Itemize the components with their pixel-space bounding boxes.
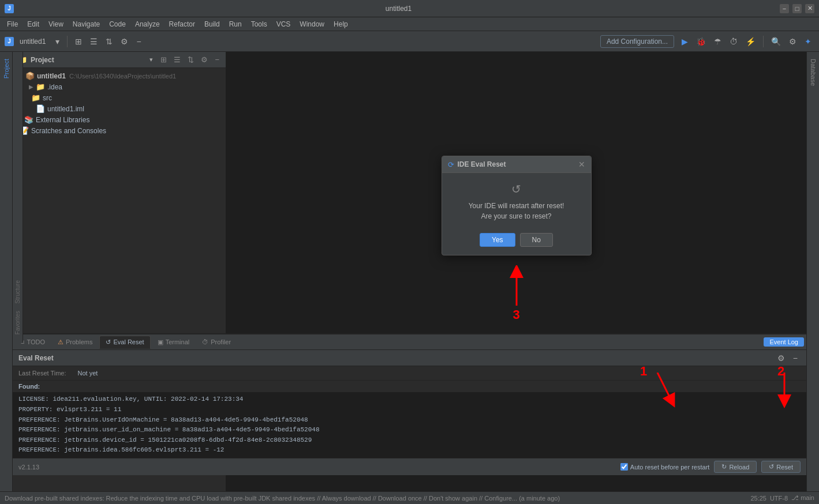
menu-refactor[interactable]: Refactor <box>164 19 200 29</box>
log-line-0: LICENSE: idea211.evaluation.key, UNTIL: … <box>18 394 801 405</box>
line-col-indicator: 25:25 <box>750 495 766 502</box>
dialog-no-button[interactable]: No <box>520 233 553 247</box>
coverage-button[interactable]: ☂ <box>711 36 724 47</box>
menu-analyze[interactable]: Analyze <box>130 19 164 29</box>
settings-button[interactable]: ⚙ <box>786 36 799 47</box>
log-area: LICENSE: idea211.evaluation.key, UNTIL: … <box>13 392 806 458</box>
panel-close-btn[interactable]: − <box>790 352 801 364</box>
toolbar-minus-btn[interactable]: − <box>133 36 144 47</box>
toolbar-list-btn[interactable]: ☰ <box>87 36 100 47</box>
extlib-icon: 📚 <box>24 115 33 124</box>
project-panel-title: Project <box>31 56 146 64</box>
project-sort-btn[interactable]: ⇅ <box>186 55 196 65</box>
dialog-title-icon: ⟳ <box>448 160 454 169</box>
menu-code[interactable]: Code <box>104 19 130 29</box>
tab-problems[interactable]: ⚠ Problems <box>52 336 98 348</box>
toolbar-settings-btn[interactable]: ⚙ <box>118 36 131 47</box>
terminal-label: Terminal <box>166 338 190 345</box>
reset-button[interactable]: ↺ Reset <box>761 461 801 473</box>
project-flatten-btn[interactable]: ☰ <box>172 55 182 65</box>
auto-reset-checkbox-container[interactable]: Auto reset before per restart <box>620 463 710 471</box>
status-message: Download pre-built shared indexes: Reduc… <box>5 495 747 502</box>
bottom-footer: v2.1.13 Auto reset before per restart ↻ … <box>13 458 806 475</box>
reload-icon: ↻ <box>721 463 727 471</box>
project-close-btn[interactable]: − <box>213 55 221 65</box>
run-button[interactable]: ▶ <box>679 36 691 47</box>
maximize-button[interactable]: □ <box>792 4 802 13</box>
title-bar-title: untitled1 <box>17 5 780 13</box>
add-configuration-button[interactable]: Add Configuration... <box>600 35 674 48</box>
project-scope-btn[interactable]: ⊞ <box>159 55 169 65</box>
toolbar-sort-btn[interactable]: ⇅ <box>103 36 115 47</box>
build-button[interactable]: ⚡ <box>743 36 758 47</box>
profiler-icon: ⏱ <box>202 338 208 345</box>
tree-root-item[interactable]: ▼ 📦 untitled1 C:\Users\16340\IdeaProject… <box>13 70 226 81</box>
root-path: C:\Users\16340\IdeaProjects\untitled1 <box>69 73 176 80</box>
log-line-1: PROPERTY: evlsprt3.211 = 11 <box>18 405 801 415</box>
tree-idea-item[interactable]: ▶ 📁 .idea <box>13 81 226 92</box>
dialog-close-button[interactable]: ✕ <box>578 160 585 169</box>
dialog-title-bar: ⟳ IDE Eval Reset ✕ <box>442 156 591 173</box>
scratches-label: Scratches and Consoles <box>31 127 106 135</box>
reload-button[interactable]: ↻ Reload <box>714 461 757 473</box>
dialog-message: Your IDE will restart after reset! Are y… <box>451 201 582 221</box>
tree-extlib-item[interactable]: ▶ 📚 External Libraries <box>13 114 226 125</box>
menu-view[interactable]: View <box>44 19 68 29</box>
auto-reset-checkbox[interactable] <box>620 463 628 471</box>
dialog-yes-button[interactable]: Yes <box>480 233 515 247</box>
menu-edit[interactable]: Edit <box>23 19 44 29</box>
log-line-4: PREFERENCE: jetbrains.device_id = 150122… <box>18 435 801 446</box>
tree-iml-item[interactable]: 📄 untitled1.iml <box>13 103 226 114</box>
menu-navigate[interactable]: Navigate <box>68 19 104 29</box>
menu-bar: File Edit View Navigate Code Analyze Ref… <box>0 17 819 31</box>
iml-file-icon: 📄 <box>36 104 45 113</box>
close-button[interactable]: ✕ <box>805 4 814 13</box>
favorites-tab-icon[interactable]: Favorites <box>13 307 22 338</box>
bottom-panel-header: Eval Reset ⚙ − <box>13 350 806 366</box>
jetbrains-button[interactable]: ✦ <box>802 36 814 47</box>
menu-help[interactable]: Help <box>329 19 353 29</box>
menu-window[interactable]: Window <box>295 19 329 29</box>
profile-button[interactable]: ⏱ <box>727 36 741 47</box>
event-log-button[interactable]: Event Log <box>764 337 804 347</box>
dialog-message-line2: Are your sure to reset? <box>451 211 582 221</box>
bottom-tabs-bar: ≡ TODO ⚠ Problems ↺ Eval Reset ▣ Termina… <box>13 334 806 350</box>
dialog-body-icon: ↺ <box>451 182 582 196</box>
search-everywhere-button[interactable]: 🔍 <box>768 36 784 47</box>
menu-file[interactable]: File <box>2 19 23 29</box>
tab-eval-reset[interactable]: ↺ Eval Reset <box>99 336 150 349</box>
menu-run[interactable]: Run <box>225 19 246 29</box>
debug-button[interactable]: 🐞 <box>693 36 709 47</box>
idea-expand-arrow: ▶ <box>29 84 33 90</box>
structure-tab-icon[interactable]: Structure <box>13 277 22 307</box>
toolbar-app-icon: J <box>5 37 14 46</box>
sidebar-tab-project[interactable]: Project <box>1 54 12 83</box>
menu-tools[interactable]: Tools <box>246 19 272 29</box>
project-dropdown-icon[interactable]: ▾ <box>149 56 153 63</box>
tab-terminal[interactable]: ▣ Terminal <box>152 336 196 348</box>
tree-scratches-item[interactable]: 📝 Scratches and Consoles <box>13 125 226 136</box>
window-controls: − □ ✕ <box>780 4 814 13</box>
minimize-button[interactable]: − <box>780 4 789 13</box>
toolbar-layout-btn[interactable]: ⊞ <box>72 36 85 47</box>
version-label: v2.1.13 <box>18 464 39 471</box>
menu-build[interactable]: Build <box>200 19 225 29</box>
bottom-panel: ≡ TODO ⚠ Problems ↺ Eval Reset ▣ Termina… <box>13 333 806 475</box>
sidebar-tab-database[interactable]: Database <box>807 54 819 91</box>
toolbar-dropdown-icon[interactable]: ▾ <box>53 36 62 47</box>
panel-settings-btn[interactable]: ⚙ <box>775 352 788 364</box>
dialog-title-text: IDE Eval Reset <box>458 160 575 168</box>
tree-src-item[interactable]: 📁 src <box>13 92 226 103</box>
terminal-icon: ▣ <box>158 338 163 346</box>
idea-label: .idea <box>47 83 62 91</box>
bottom-panel-controls: ⚙ − <box>775 352 801 364</box>
tab-profiler[interactable]: ⏱ Profiler <box>196 336 237 348</box>
problems-label: Problems <box>66 338 92 345</box>
src-folder-icon: 📁 <box>31 93 40 102</box>
reset-icon: ↺ <box>769 463 774 471</box>
profiler-label: Profiler <box>211 338 231 345</box>
project-settings-btn[interactable]: ⚙ <box>199 55 210 65</box>
menu-vcs[interactable]: VCS <box>272 19 296 29</box>
git-branch: ⎇ main <box>791 494 814 502</box>
left-float-icons: Structure Favorites <box>13 52 23 343</box>
